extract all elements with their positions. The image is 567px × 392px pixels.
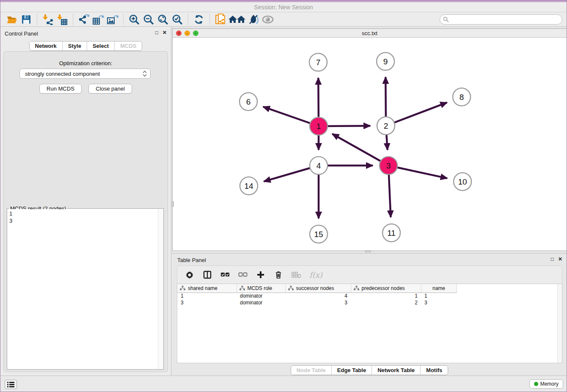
tab-network-table[interactable]: Network Table: [372, 366, 421, 375]
zoom-in-icon[interactable]: [127, 13, 141, 26]
column-header-name[interactable]: name: [421, 284, 457, 293]
graph-node-label-10: 10: [458, 177, 467, 186]
home-icon[interactable]: [228, 13, 246, 26]
run-mcds-button[interactable]: Run MCDS: [39, 84, 82, 94]
table-panel: Table Panel □ ✕: [171, 253, 567, 376]
refresh-icon[interactable]: [192, 13, 206, 26]
table-scrollbar[interactable]: [557, 284, 562, 363]
splitter-handle-left[interactable]: [172, 202, 174, 207]
zoom-fit-icon[interactable]: [156, 13, 170, 26]
graph-node-label-6: 6: [246, 97, 251, 106]
memory-label: Memory: [540, 381, 559, 387]
optimization-criterion-value: strongly connected component: [25, 71, 100, 77]
tab-select[interactable]: Select: [87, 41, 115, 50]
select-all-icon[interactable]: [220, 270, 230, 279]
table-cell[interactable]: dominator: [237, 293, 285, 299]
delete-table-icon[interactable]: [292, 270, 301, 279]
column-label: MCDS role: [248, 285, 272, 291]
float-table-panel-icon[interactable]: □: [551, 257, 554, 262]
graph-node-label-1: 1: [317, 122, 321, 131]
hide-details-icon[interactable]: [246, 13, 261, 26]
optimization-criterion-label: Optimization criterion:: [4, 60, 168, 66]
graph-node-label-14: 14: [244, 182, 253, 190]
search-field-container: [440, 14, 562, 25]
graph-node-label-4: 4: [317, 161, 321, 170]
add-icon[interactable]: [256, 270, 265, 279]
tab-edge-table[interactable]: Edge Table: [332, 366, 372, 375]
table-cell[interactable]: dominator: [237, 299, 285, 306]
tab-node-table[interactable]: Node Table: [291, 366, 332, 375]
graph-node-label-11: 11: [387, 229, 396, 237]
tab-network[interactable]: Network: [30, 41, 63, 50]
graph-edge-2-8[interactable]: [386, 102, 447, 126]
table-cell[interactable]: 4: [285, 293, 351, 299]
toolbar-separator: [209, 14, 210, 25]
table-cell[interactable]: 1: [351, 293, 421, 299]
close-table-panel-icon[interactable]: ✕: [558, 257, 562, 262]
memory-status-icon: [534, 382, 538, 386]
table-cell[interactable]: 1: [421, 293, 457, 299]
control-panel: Control Panel □ ✕ Network Style Select M…: [0, 27, 171, 376]
column-header-successor-nodes[interactable]: successor nodes: [285, 284, 351, 293]
save-session-icon[interactable]: [19, 13, 33, 26]
export-table-icon[interactable]: [91, 13, 105, 26]
column-header-shared-name[interactable]: shared name: [177, 284, 237, 293]
column-header-predecessor-nodes[interactable]: predecessor nodes: [351, 284, 421, 293]
import-network-icon[interactable]: [41, 13, 55, 26]
zoom-out-icon[interactable]: [141, 13, 156, 26]
table-cell[interactable]: 3: [285, 299, 351, 306]
table-cell[interactable]: 2: [351, 299, 421, 306]
close-panel-icon[interactable]: ✕: [162, 30, 167, 35]
table-row[interactable]: 1dominator411: [177, 293, 457, 299]
toolbar-separator: [73, 14, 73, 25]
search-icon: [443, 17, 449, 22]
table-cell[interactable]: 3: [421, 299, 457, 306]
right-region: ✕ − + scc.txt 1234678910111415 Table Pan…: [171, 27, 567, 376]
network-window-titlebar[interactable]: ✕ − + scc.txt: [173, 29, 567, 38]
graph-edge-3-1[interactable]: [332, 134, 388, 166]
memory-button[interactable]: Memory: [529, 379, 563, 389]
status-bar: Memory: [0, 375, 567, 392]
table-cell[interactable]: 3: [177, 299, 237, 306]
function-icon[interactable]: f(x): [309, 271, 322, 279]
mcds-panel-body: Optimization criterion: strongly connect…: [3, 51, 168, 372]
chevron-up-down-icon: [143, 71, 147, 77]
list-icon: [7, 381, 14, 387]
zoom-selected-icon[interactable]: [170, 13, 184, 26]
network-canvas[interactable]: 1234678910111415: [173, 38, 567, 251]
column-header-MCDS-role[interactable]: MCDS role: [237, 284, 285, 293]
application-window: Session: New Session: [0, 0, 567, 392]
columns-icon[interactable]: [203, 270, 212, 279]
mcds-result-box: MCDS result (2 nodes) 1 3: [7, 208, 164, 370]
task-history-button[interactable]: [5, 380, 17, 389]
tab-motifs[interactable]: Motifs: [421, 366, 448, 375]
delete-icon[interactable]: [274, 270, 283, 279]
table-row[interactable]: 3dominator323: [177, 299, 457, 306]
mcds-result-text[interactable]: 1 3: [8, 209, 158, 369]
table-panel-title: Table Panel: [177, 257, 206, 263]
graph-node-label-9: 9: [383, 57, 388, 66]
search-input[interactable]: [440, 14, 562, 25]
mcds-result-scrollbar[interactable]: [158, 209, 163, 369]
export-image-icon[interactable]: [105, 13, 120, 26]
deselect-all-icon[interactable]: [238, 270, 248, 279]
table-cell[interactable]: 1: [177, 293, 237, 299]
eye-icon[interactable]: [261, 13, 275, 26]
tab-style[interactable]: Style: [63, 41, 87, 50]
export-network-icon[interactable]: [77, 13, 91, 26]
main-toolbar: [0, 12, 567, 27]
close-panel-button[interactable]: Close panel: [88, 84, 132, 94]
toolbar-separator: [188, 14, 188, 25]
window-top-strip: [0, 0, 567, 2]
window-title: Session: New Session: [0, 4, 567, 11]
import-table-icon[interactable]: [55, 13, 69, 26]
float-panel-icon[interactable]: □: [155, 30, 158, 35]
tab-mcds[interactable]: MCDS: [115, 41, 142, 50]
node-table: shared nameMCDS rolesuccessor nodesprede…: [177, 284, 562, 363]
open-session-icon[interactable]: [5, 13, 19, 26]
column-label: shared name: [188, 285, 217, 291]
gear-icon[interactable]: [185, 270, 194, 279]
duplicate-network-icon[interactable]: [213, 13, 228, 26]
splitter-handle-bottom[interactable]: [365, 250, 371, 252]
optimization-criterion-select[interactable]: strongly connected component: [19, 69, 151, 79]
